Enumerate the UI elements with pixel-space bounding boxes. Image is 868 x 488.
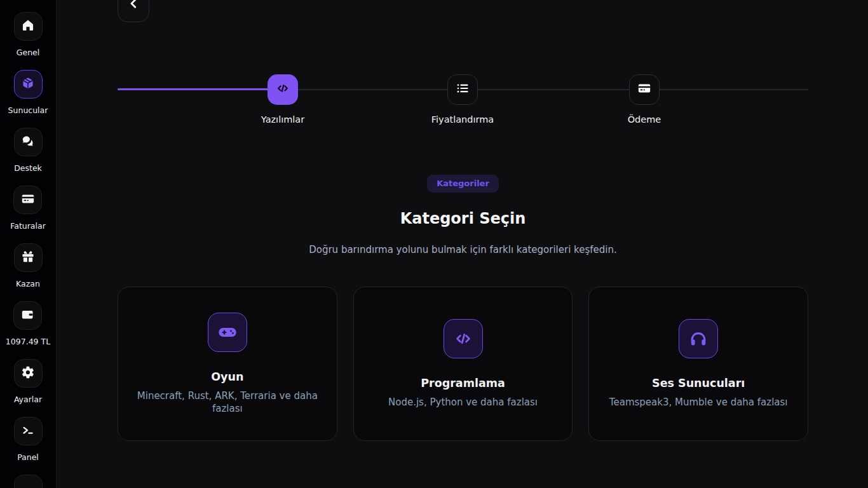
category-description: Node.js, Python ve daha fazlası	[388, 396, 538, 409]
cube-icon	[21, 76, 35, 93]
step-label: Ödeme	[628, 114, 661, 125]
sidebar: Genel Sunucular Destek Faturalar Kazan 1…	[0, 0, 57, 488]
category-title: Ses Sunucuları	[652, 377, 745, 390]
terminal-icon	[21, 423, 35, 440]
category-title: Oyun	[211, 370, 243, 383]
page-title: Kategori Seçin	[118, 210, 808, 227]
category-description: Minecraft, Rust, ARK, Terraria ve daha f…	[131, 390, 324, 415]
sidebar-item-genel: Genel	[14, 12, 43, 58]
settings-button[interactable]	[14, 359, 43, 388]
sidebar-partial-button[interactable]	[14, 475, 43, 488]
category-cards: Oyun Minecraft, Rust, ARK, Terraria ve d…	[118, 287, 808, 441]
credit-card-icon	[637, 81, 651, 98]
support-button[interactable]	[14, 128, 43, 156]
code-icon	[444, 319, 483, 358]
step-odeme-button[interactable]	[629, 74, 660, 105]
sidebar-item-label: Panel	[17, 452, 39, 463]
sidebar-item-ayarlar: Ayarlar	[14, 359, 43, 405]
sidebar-item-label: Faturalar	[10, 220, 46, 231]
home-icon	[21, 18, 35, 35]
sidebar-item-destek: Destek	[14, 128, 43, 173]
wallet-button[interactable]	[13, 301, 42, 330]
step-label: Fiyatlandırma	[431, 114, 494, 125]
step-fiyatlandirma: Fiyatlandırma	[412, 74, 513, 125]
gamepad-icon	[208, 313, 247, 352]
step-yazilimlar: Yazılımlar	[232, 74, 334, 125]
credit-card-icon	[21, 192, 35, 208]
category-card-oyun[interactable]: Oyun Minecraft, Rust, ARK, Terraria ve d…	[118, 287, 337, 441]
sidebar-item-sunucular: Sunucular	[8, 70, 48, 116]
rewards-button[interactable]	[14, 243, 43, 272]
step-fiyatlandirma-button[interactable]	[447, 74, 478, 105]
section-badge-row: Kategoriler	[118, 175, 808, 193]
sidebar-item-label: Kazan	[16, 278, 40, 289]
servers-button[interactable]	[14, 70, 43, 98]
main-content: Yazılımlar Fiyatlandırma Ödeme Kategoril…	[57, 0, 868, 488]
sidebar-item-faturalar: Faturalar	[10, 186, 46, 231]
sidebar-item-label: Ayarlar	[14, 394, 42, 405]
invoices-button[interactable]	[13, 186, 42, 214]
wallet-icon	[21, 308, 35, 324]
balance-label: 1097.49 TL	[6, 336, 50, 347]
step-label: Yazılımlar	[261, 114, 304, 125]
code-icon	[276, 81, 290, 98]
chat-icon	[21, 134, 35, 151]
chevron-left-icon	[127, 0, 140, 13]
sidebar-item-label: Sunucular	[8, 105, 48, 116]
sidebar-item-label: Destek	[14, 163, 42, 173]
gear-icon	[21, 365, 35, 382]
sidebar-item-label: Genel	[17, 47, 39, 58]
step-yazilimlar-button[interactable]	[268, 74, 298, 105]
headphones-icon	[679, 319, 718, 358]
categories-badge: Kategoriler	[427, 175, 499, 193]
sidebar-item-partial	[14, 475, 43, 488]
panel-button[interactable]	[14, 417, 43, 445]
home-button[interactable]	[14, 12, 43, 41]
category-card-programlama[interactable]: Programlama Node.js, Python ve daha fazl…	[353, 287, 573, 441]
step-odeme: Ödeme	[593, 74, 695, 125]
page-subtitle: Doğru barındırma yolunu bulmak için fark…	[118, 244, 808, 255]
category-card-ses-sunuculari[interactable]: Ses Sunucuları Teamspeak3, Mumble ve dah…	[588, 287, 808, 441]
list-icon	[456, 81, 470, 98]
back-button[interactable]	[118, 0, 149, 22]
sidebar-item-balance: 1097.49 TL	[6, 301, 50, 347]
sidebar-item-kazan: Kazan	[14, 243, 43, 289]
category-description: Teamspeak3, Mumble ve daha fazlası	[609, 396, 788, 409]
gift-icon	[21, 250, 35, 266]
category-title: Programlama	[421, 377, 505, 390]
sidebar-item-panel: Panel	[14, 417, 43, 463]
